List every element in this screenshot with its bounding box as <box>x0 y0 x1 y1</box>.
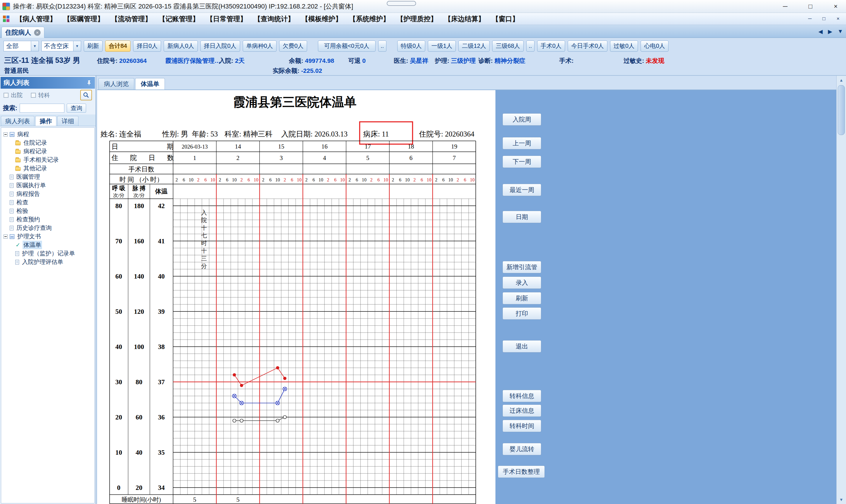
side-button-刷新[interactable]: 刷新 <box>502 292 541 304</box>
toolbar-button-过敏0人[interactable]: 过敏0人 <box>610 40 638 52</box>
minimize-button[interactable]: ─ <box>779 2 791 11</box>
side-button-下一周[interactable]: 下一周 <box>502 156 541 168</box>
menu-item-【模板维护】[interactable]: 【模板维护】 <box>298 14 346 23</box>
tree-item-护理文书[interactable]: 护理文书 <box>1 232 94 241</box>
tree-item-护理（监护）记录单[interactable]: 护理（监护）记录单 <box>1 249 94 258</box>
mdi-close-button[interactable]: × <box>834 15 843 23</box>
checkbox-box[interactable] <box>31 93 36 98</box>
scroll-down-icon[interactable]: ▼ <box>836 496 846 503</box>
toolbar-button-择日0人[interactable]: 择日0人 <box>133 40 161 52</box>
tree-item-病程[interactable]: 病程 <box>1 130 94 139</box>
tree-item-病程记录[interactable]: 病程记录 <box>1 147 94 156</box>
toolbar-button-刷新[interactable]: 刷新 <box>84 40 103 52</box>
dropdown-arrow-icon[interactable]: ▼ <box>31 41 38 51</box>
tree-item-手术相关记录[interactable]: 手术相关记录 <box>1 156 94 164</box>
tree-expander-icon[interactable] <box>3 132 7 137</box>
mdi-minimize-button[interactable]: ─ <box>806 15 814 23</box>
mdi-restore-button[interactable]: □ <box>819 15 828 23</box>
toolbar-button-欠费0人[interactable]: 欠费0人 <box>279 40 307 52</box>
menu-item-【记账管理】[interactable]: 【记账管理】 <box>155 14 203 23</box>
checkbox-出院[interactable]: 出院 <box>3 91 23 99</box>
tree-item-医嘱执行单[interactable]: 医嘱执行单 <box>1 181 94 190</box>
tree-item-体温单[interactable]: ✓体温单 <box>1 241 94 249</box>
sidebar-tab-病人列表[interactable]: 病人列表 <box>1 116 34 126</box>
menu-item-【系统维护】[interactable]: 【系统维护】 <box>346 14 393 23</box>
toolbar-button-手术0人[interactable]: 手术0人 <box>537 40 565 52</box>
tree-expander-icon[interactable] <box>3 235 7 239</box>
svg-text:60: 60 <box>136 414 142 421</box>
side-button-转科信息[interactable]: 转科信息 <box>502 390 541 402</box>
menu-item-【医嘱管理】[interactable]: 【医嘱管理】 <box>60 14 107 23</box>
side-button-录入[interactable]: 录入 <box>502 276 541 289</box>
menu-grid-icon <box>3 16 10 22</box>
checkbox-box[interactable] <box>3 93 8 98</box>
bed-filter-combo[interactable]: 不含空床▼ <box>41 41 81 51</box>
menu-item-【病人管理】[interactable]: 【病人管理】 <box>12 14 60 23</box>
tree-item-医嘱管理[interactable]: 医嘱管理 <box>1 173 94 181</box>
tree-item-检验[interactable]: 检验 <box>1 206 94 215</box>
tab-scroll-right-icon[interactable]: ▶ <box>828 28 832 35</box>
tab-scroll-left-icon[interactable]: ◀ <box>818 28 823 35</box>
side-button-打印[interactable]: 打印 <box>502 307 541 320</box>
side-button-退出[interactable]: 退出 <box>502 340 541 353</box>
vertical-scrollbar[interactable]: ▲ ▼ <box>836 76 846 504</box>
tab-list-icon[interactable]: ▼ <box>838 28 843 35</box>
side-button-手术日数整理[interactable]: 手术日数整理 <box>498 466 545 478</box>
toolbar-button-二级12人[interactable]: 二级12人 <box>459 40 489 52</box>
sidebar-tab-详细[interactable]: 详细 <box>57 116 79 126</box>
menu-item-【床边结算】[interactable]: 【床边结算】 <box>441 14 488 23</box>
svg-text:2: 2 <box>262 177 264 182</box>
toolbar-button-择日入院0人[interactable]: 择日入院0人 <box>201 40 240 52</box>
scrollbar-thumb[interactable] <box>838 85 845 135</box>
checkbox-转科[interactable]: 转科 <box>31 91 50 99</box>
pin-icon[interactable] <box>87 80 92 86</box>
maximize-button[interactable]: □ <box>804 2 817 11</box>
toolbar-button-..[interactable]: .. <box>378 40 386 52</box>
close-button[interactable]: × <box>830 2 842 11</box>
scroll-up-icon[interactable]: ▲ <box>836 76 846 84</box>
toolbar-button-单病种0人[interactable]: 单病种0人 <box>243 40 277 52</box>
toolbar-button-合计84[interactable]: 合计84 <box>105 40 131 52</box>
tree-item-住院记录[interactable]: 住院记录 <box>1 139 94 147</box>
toolbar-button-三级68人[interactable]: 三级68人 <box>492 40 523 52</box>
toolbar-button-..[interactable]: .. <box>526 40 535 52</box>
side-button-婴儿流转[interactable]: 婴儿流转 <box>502 443 541 455</box>
side-button-上一周[interactable]: 上一周 <box>502 137 541 149</box>
tab-close-icon[interactable]: × <box>34 29 40 36</box>
tree-item-入院护理评估单[interactable]: 入院护理评估单 <box>1 258 94 266</box>
menu-item-【流动管理】[interactable]: 【流动管理】 <box>107 14 155 23</box>
tab-inpatients[interactable]: 住院病人 × <box>1 27 45 38</box>
main-tab-体温单[interactable]: 体温单 <box>135 78 165 90</box>
svg-text:50: 50 <box>116 308 122 315</box>
toolbar-button-可用余额<0元0人[interactable]: 可用余额<0元0人 <box>318 40 376 52</box>
menu-item-【日常管理】[interactable]: 【日常管理】 <box>203 14 251 23</box>
svg-text:姓名: 连全福: 姓名: 连全福 <box>101 130 141 138</box>
search-input[interactable] <box>20 104 64 113</box>
side-button-新增引流管[interactable]: 新增引流管 <box>502 261 541 273</box>
side-button-转科时间[interactable]: 转科时间 <box>502 420 541 432</box>
side-button-最近一周[interactable]: 最近一周 <box>502 184 541 196</box>
toolbar-button-新病人0人[interactable]: 新病人0人 <box>164 40 197 52</box>
toolbar-button-心电0人[interactable]: 心电0人 <box>641 40 669 52</box>
tree-item-历史诊疗查询[interactable]: 历史诊疗查询 <box>1 224 94 232</box>
ward-filter-combo[interactable]: 全部▼ <box>3 41 39 51</box>
menu-item-【护理质控】[interactable]: 【护理质控】 <box>393 14 441 23</box>
toolbar-button-今日手术0人[interactable]: 今日手术0人 <box>568 40 607 52</box>
toolbar-button-特级0人[interactable]: 特级0人 <box>397 40 425 52</box>
menu-item-【窗口】[interactable]: 【窗口】 <box>488 14 522 23</box>
side-button-日期[interactable]: 日期 <box>502 211 541 223</box>
tree-item-检查[interactable]: 检查 <box>1 198 94 206</box>
sidebar-tab-操作[interactable]: 操作 <box>35 116 56 126</box>
menu-item-【查询统计】[interactable]: 【查询统计】 <box>251 14 298 23</box>
tree-item-其他记录[interactable]: 其他记录 <box>1 164 94 173</box>
navigation-tree: 病程住院记录病程记录手术相关记录其他记录医嘱管理医嘱执行单病程报告检查检验检查预… <box>1 127 94 503</box>
magnifier-button[interactable] <box>80 90 92 101</box>
tree-item-检查预约[interactable]: 检查预约 <box>1 215 94 224</box>
side-button-入院周[interactable]: 入院周 <box>502 113 541 126</box>
dropdown-arrow-icon[interactable]: ▼ <box>73 41 81 51</box>
side-button-迁床信息[interactable]: 迁床信息 <box>502 404 541 417</box>
search-query-button[interactable]: 查询 <box>67 104 86 113</box>
tree-item-病程报告[interactable]: 病程报告 <box>1 190 94 198</box>
main-tab-病人浏览[interactable]: 病人浏览 <box>99 78 134 90</box>
toolbar-button-一级1人[interactable]: 一级1人 <box>428 40 456 52</box>
